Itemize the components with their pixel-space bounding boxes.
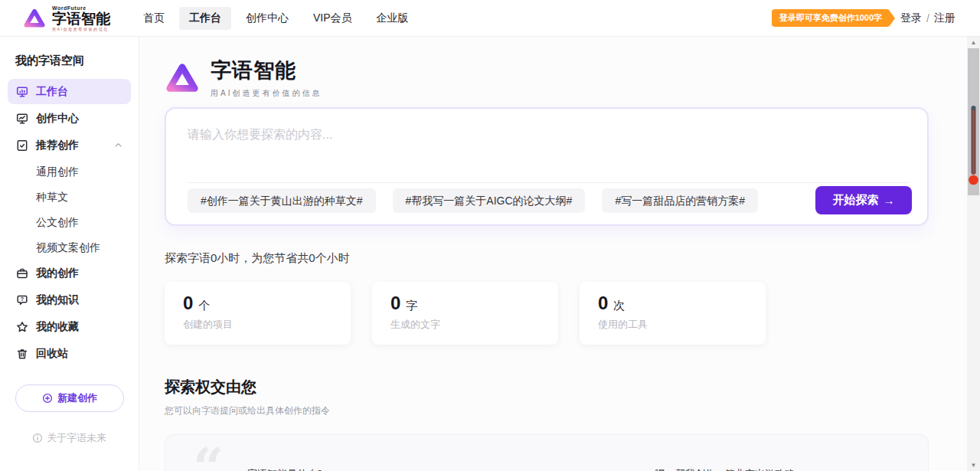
about-link[interactable]: 关于字语未来 [0, 431, 139, 445]
explore-section-subtitle: 您可以向字语提问或给出具体创作的指令 [165, 404, 980, 417]
start-explore-label: 开始探索 [833, 193, 879, 208]
hero-logo: 字语智能 用AI创造更有价值的信息 [165, 57, 980, 99]
sidebar-item-workbench[interactable]: 工作台 [8, 79, 131, 104]
hero-text: 字语智能 用AI创造更有价值的信息 [211, 57, 322, 99]
login-link[interactable]: 登录 [900, 11, 922, 25]
body-layout: 我的字语空间 工作台 [0, 37, 980, 471]
nav-item-vip[interactable]: VIP会员 [303, 7, 362, 30]
start-explore-button[interactable]: 开始探索 → [815, 186, 912, 214]
suggestion-chip-huangshan[interactable]: #创作一篇关于黄山出游的种草文# [188, 188, 376, 213]
sidebar-item-label: 我的收藏 [36, 320, 79, 334]
sidebar-item-label: 创作中心 [36, 112, 79, 126]
nav-item-workbench[interactable]: 工作台 [179, 7, 231, 30]
sidebar-item-label: 推荐创作 [36, 139, 79, 152]
stat-label: 创建的项目 [183, 318, 332, 332]
nav-item-enterprise[interactable]: 企业版 [367, 7, 419, 30]
scrollbar-down-arrow[interactable]: ▼ [967, 460, 980, 471]
example-question-left: 字语智能是什么? [247, 467, 322, 471]
register-link[interactable]: 注册 [934, 11, 956, 25]
hero-tagline: 用AI创造更有价值的信息 [211, 88, 322, 99]
main-nav: 首页 工作台 创作中心 VIP会员 企业版 [133, 7, 419, 30]
sidebar-item-my-favorites[interactable]: 我的收藏 [8, 314, 131, 339]
arrow-right-icon: → [884, 194, 895, 207]
explore-section-title: 探索权交由您 [165, 377, 980, 397]
stats-row: 0 个 创建的项目 0 字 生成的文字 0 次 [165, 282, 980, 345]
new-creation-button[interactable]: 新建创作 [15, 384, 124, 412]
vertical-scrollbar[interactable]: ▲ ▼ [967, 37, 980, 471]
sidebar-item-label: 我的创作 [36, 267, 79, 280]
scrollbar-up-arrow[interactable]: ▲ [967, 37, 980, 48]
stat-card-words: 0 字 生成的文字 [372, 282, 558, 345]
stats-summary: 探索字语0小时，为您节省共0个小时 [165, 251, 980, 266]
suggestion-chip-dessert[interactable]: #写一篇甜品店的营销方案# [602, 188, 758, 213]
brand-tagline-small: 用AI创造更有价值的信息 [52, 28, 110, 31]
new-creation-label: 新建创作 [57, 391, 97, 405]
stat-unit: 次 [613, 299, 625, 313]
sidebar-item-label: 工作台 [36, 85, 68, 99]
sidebar-title: 我的字语空间 [15, 54, 123, 68]
search-input[interactable] [188, 127, 907, 172]
knowledge-bubble-icon: ? [16, 294, 28, 306]
top-navbar: WordFuture 字语智能 用AI创造更有价值的信息 首页 工作台 创作中心… [0, 0, 980, 37]
auth-separator: / [926, 12, 929, 25]
suggestion-chip-aigc[interactable]: #帮我写一篇关于AIGC的论文大纲# [393, 188, 586, 213]
sidebar-subitem-official[interactable]: 公文创作 [0, 210, 139, 235]
sidebar-subitem-grass[interactable]: 种草文 [0, 185, 139, 210]
sidebar: 我的字语空间 工作台 [0, 37, 139, 471]
nav-item-home[interactable]: 首页 [133, 7, 175, 30]
stat-value: 0 [390, 293, 400, 314]
hero-triangle-icon [165, 61, 200, 96]
sidebar-item-label: 我的知识 [36, 293, 79, 307]
stat-card-tools: 0 次 使用的工具 [580, 282, 766, 345]
sidebar-item-label: 回收站 [36, 347, 68, 361]
sidebar-item-creation-center[interactable]: 创作中心 [8, 106, 131, 131]
stat-value: 0 [183, 293, 193, 314]
star-icon [16, 321, 28, 333]
search-divider [188, 182, 909, 183]
plus-circle-icon [42, 393, 53, 404]
trash-icon [16, 348, 28, 360]
brand-text: WordFuture 字语智能 用AI创造更有价值的信息 [52, 5, 110, 31]
recommended-icon [16, 139, 28, 152]
nav-item-creation-center[interactable]: 创作中心 [236, 7, 299, 30]
quote-icon: “ [193, 441, 224, 471]
brand-name: 字语智能 [52, 11, 110, 26]
stat-label: 使用的工具 [598, 318, 747, 332]
sidebar-item-my-creations[interactable]: 我的创作 [8, 260, 131, 286]
creation-center-icon [16, 113, 28, 125]
header-right: 登录即可享免费创作1000字 登录 / 注册 [772, 9, 956, 27]
sidebar-subitem-general[interactable]: 通用创作 [0, 159, 139, 185]
brand-logo[interactable]: WordFuture 字语智能 用AI创造更有价值的信息 [23, 5, 110, 31]
chevron-up-icon[interactable] [114, 141, 122, 149]
stat-value: 0 [598, 293, 608, 314]
thermometer-marker-icon [969, 104, 978, 191]
login-promo-badge[interactable]: 登录即可享免费创作1000字 [772, 9, 890, 27]
example-question-right: 嘿，帮我创作一篇北京出游攻略 [655, 467, 795, 471]
svg-text:?: ? [21, 296, 24, 302]
example-dialog-card: “ 字语智能是什么? 嘿，帮我创作一篇北京出游攻略 [165, 434, 929, 471]
sidebar-subitem-video[interactable]: 视频文案创作 [0, 235, 139, 260]
sidebar-item-recommended[interactable]: 推荐创作 [8, 132, 131, 158]
info-icon [32, 433, 43, 443]
stat-label: 生成的文字 [390, 318, 540, 332]
auth-links: 登录 / 注册 [900, 11, 956, 25]
brand-super: WordFuture [52, 5, 110, 11]
about-label: 关于字语未来 [47, 431, 106, 445]
search-card: #创作一篇关于黄山出游的种草文# #帮我写一篇关于AIGC的论文大纲# #写一篇… [165, 107, 929, 226]
stat-unit: 字 [406, 299, 417, 313]
sidebar-item-my-knowledge[interactable]: ? 我的知识 [8, 287, 131, 312]
app-window: WordFuture 字语智能 用AI创造更有价值的信息 首页 工作台 创作中心… [0, 0, 980, 471]
hero-name: 字语智能 [211, 57, 322, 84]
workbench-icon [16, 86, 28, 98]
sidebar-item-recycle-bin[interactable]: 回收站 [8, 341, 131, 366]
briefcase-icon [16, 267, 28, 280]
brand-triangle-icon [23, 7, 46, 30]
suggestion-chips-row: #创作一篇关于黄山出游的种草文# #帮我写一篇关于AIGC的论文大纲# #写一篇… [188, 186, 912, 214]
stat-card-projects: 0 个 创建的项目 [165, 282, 351, 345]
stat-unit: 个 [198, 299, 210, 313]
main-content: 字语智能 用AI创造更有价值的信息 #创作一篇关于黄山出游的种草文# #帮我写一… [139, 37, 980, 471]
